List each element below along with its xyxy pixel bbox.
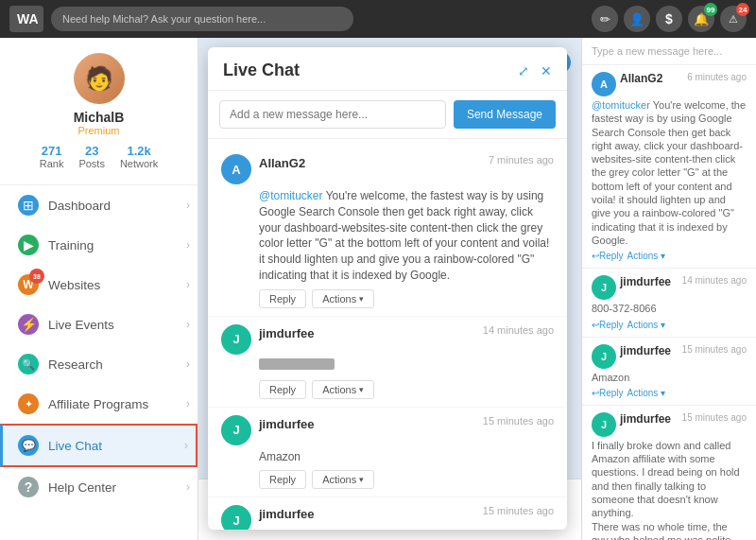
panel-title: Live Chat (223, 61, 300, 80)
sidebar-item-training[interactable]: ▶ Training › (0, 225, 198, 265)
caret-icon: ▾ (359, 385, 364, 394)
redacted-content (259, 358, 335, 370)
rf-reply-1[interactable]: ↩Reply (592, 251, 624, 261)
msg-meta-4: jimdurfee 15 minutes ago (259, 505, 554, 522)
network-label: Network (120, 158, 158, 169)
training-label: Training (48, 238, 94, 253)
rf-time-1: 6 minutes ago (687, 72, 747, 82)
sidebar-item-affiliate-programs[interactable]: ✦ Affiliate Programs › (0, 384, 198, 424)
profile-icon[interactable]: 👤 (624, 6, 650, 32)
actions-button-2[interactable]: Actions ▾ (312, 380, 374, 399)
rf-avatar-2: J (592, 275, 616, 300)
close-icon[interactable]: ✕ (541, 63, 552, 78)
sidebar: 🧑 MichalB Premium 271 Rank 23 Posts 1.2k… (0, 38, 198, 540)
training-icon: ▶ (18, 235, 39, 255)
message-input[interactable] (219, 100, 446, 129)
rf-name-2: jimdurfee (620, 275, 671, 288)
affiliate-programs-icon: ✦ (18, 393, 39, 414)
sidebar-profile: 🧑 MichalB Premium 271 Rank 23 Posts 1.2k… (0, 38, 198, 185)
actions-button-1[interactable]: Actions ▾ (312, 289, 374, 308)
sidebar-nav: ⊞ Dashboard › ▶ Training › W Websites › … (0, 185, 198, 540)
affiliate-programs-label: Affiliate Programs (48, 397, 148, 411)
dashboard-label: Dashboard (48, 199, 111, 213)
rf-text-4: I finally broke down and called Amazon a… (592, 439, 747, 540)
sidebar-item-live-chat[interactable]: 💬 Live Chat › (0, 424, 198, 467)
caret-icon: ▾ (359, 294, 364, 304)
rf-avatar-4: J (592, 412, 616, 437)
pencil-icon[interactable]: ✏ (592, 6, 618, 32)
wa-logo: WA (9, 6, 43, 32)
rf-time-3: 15 minutes ago (682, 344, 747, 355)
notification-badge: 99 (704, 3, 717, 16)
right-feed-item-3: J jimdurfee 15 minutes ago Amazon ↩Reply… (582, 338, 756, 406)
rf-name-3: jimdurfee (620, 344, 671, 357)
expand-icon[interactable]: ⤢ (518, 63, 529, 78)
sidebar-item-help-center[interactable]: ? Help Center › (0, 467, 198, 507)
actions-button-3[interactable]: Actions ▾ (312, 470, 374, 489)
msg-author-2: jimdurfee (259, 326, 315, 340)
notification-bell-icon[interactable]: 🔔 99 (688, 6, 714, 32)
network-stat: 1.2k Network (120, 144, 158, 169)
rf-reply-3[interactable]: ↩Reply (592, 388, 624, 398)
rf-actions-btn-3[interactable]: Actions ▾ (627, 388, 666, 398)
dollar-icon[interactable]: $ (656, 6, 682, 32)
right-feed: Type a new message here... A AllanG2 6 m… (581, 38, 756, 540)
mention-1: @tomitucker (259, 189, 323, 202)
chat-message-1: A AllanG2 7 minutes ago @tomitucker You'… (208, 147, 567, 317)
profile-stats: 271 Rank 23 Posts 1.2k Network (40, 144, 159, 169)
live-events-icon: ⚡ (18, 314, 39, 335)
msg-author-4: jimdurfee (259, 507, 315, 521)
caret-icon: ▾ (359, 475, 364, 484)
alert-icon[interactable]: ⚠ 24 (720, 6, 747, 32)
sidebar-item-research[interactable]: 🔍 Research › (0, 344, 198, 384)
sidebar-item-dashboard[interactable]: ⊞ Dashboard › (0, 185, 198, 225)
right-feed-placeholder: Type a new message here... (592, 45, 722, 57)
rf-text-1: @tomitucker You're welcome, the fastest … (592, 98, 747, 247)
rf-text-2: 800-372-8066 (592, 302, 747, 315)
nav-icons: ✏ 👤 $ 🔔 99 ⚠ 24 (592, 6, 747, 32)
msg-text-3: Amazon (259, 449, 554, 465)
posts-value: 23 (78, 144, 105, 158)
rf-name-1: AllanG2 (620, 72, 662, 85)
reply-button-2[interactable]: Reply (259, 380, 306, 399)
chevron-right-icon: › (184, 439, 188, 452)
profile-name: MichalB (74, 110, 125, 125)
msg-actions-3: Reply Actions ▾ (259, 470, 554, 489)
research-label: Research (48, 357, 103, 372)
network-value: 1.2k (120, 144, 158, 158)
send-message-button[interactable]: Send Message (454, 100, 556, 129)
search-placeholder: Need help Michal? Ask your question here… (62, 13, 266, 25)
right-feed-item-1: A AllanG2 6 minutes ago @tomitucker You'… (582, 65, 756, 269)
svg-text:WA: WA (17, 11, 38, 26)
profile-badge: Premium (77, 125, 119, 136)
chat-message-3: J jimdurfee 15 minutes ago Amazon Reply … (208, 408, 567, 498)
msg-meta-3: jimdurfee 15 minutes ago (259, 415, 554, 432)
reply-button-1[interactable]: Reply (259, 289, 306, 308)
chevron-right-icon: › (186, 318, 190, 331)
reply-button-3[interactable]: Reply (259, 470, 306, 489)
rf-reply-2[interactable]: ↩Reply (592, 320, 624, 330)
rf-actions-2: ↩Reply Actions ▾ (592, 320, 747, 330)
search-bar[interactable]: Need help Michal? Ask your question here… (51, 7, 353, 31)
posts-stat: 23 Posts (78, 144, 105, 169)
panel-header: Live Chat ⤢ ✕ (208, 47, 567, 91)
msg-actions-2: Reply Actions ▾ (259, 380, 554, 399)
websites-badge: 38 (29, 269, 44, 284)
sidebar-item-live-events[interactable]: ⚡ Live Events › (0, 305, 198, 344)
rf-avatar-3: J (592, 344, 616, 369)
rank-label: Rank (40, 158, 64, 169)
chevron-right-icon: › (186, 199, 190, 212)
rf-time-2: 14 minutes ago (682, 275, 747, 286)
sidebar-item-websites[interactable]: W Websites › 38 (0, 265, 198, 305)
msg-author-1: AllanG2 (259, 156, 305, 170)
live-chat-icon: 💬 (18, 435, 39, 456)
chat-message-2: J jimdurfee 14 minutes ago Reply Actions… (208, 317, 567, 408)
rf-actions-btn-2[interactable]: Actions ▾ (627, 320, 666, 330)
rf-actions-btn-1[interactable]: Actions ▾ (627, 251, 666, 261)
posts-label: Posts (78, 158, 105, 169)
main-layout: 🧑 MichalB Premium 271 Rank 23 Posts 1.2k… (0, 38, 756, 540)
content-area: Live Chat ⤢ ✕ Send Message A AllanG2 (198, 38, 756, 540)
right-feed-input[interactable]: Type a new message here... (582, 38, 756, 65)
message-input-row: Send Message (208, 91, 567, 139)
msg-avatar-1: A (221, 154, 251, 184)
